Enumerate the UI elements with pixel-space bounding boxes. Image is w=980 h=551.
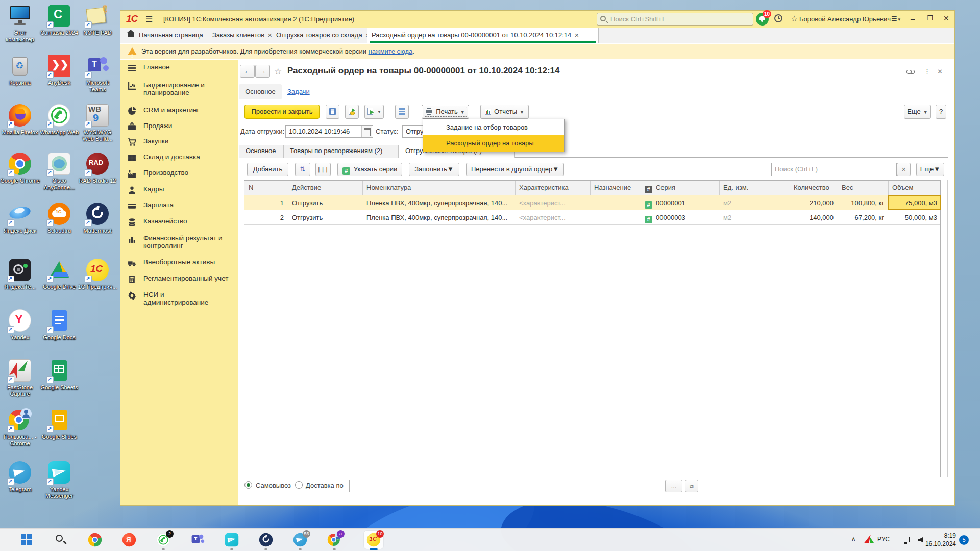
form-tab-2[interactable]: Товары по распоряжениям (2) (283, 145, 399, 158)
cell[interactable]: #00000003 (641, 210, 719, 224)
taskbar-icon-chrome[interactable] (88, 533, 102, 547)
reports-button[interactable]: Отчеты▼ (480, 105, 529, 119)
post-and-close-button[interactable]: Провести и закрыть (244, 105, 320, 119)
table-row-2[interactable]: 2ОтгрузитьПленка ПВХ, 400мкр, суперпрозр… (244, 210, 940, 225)
sidebar-item-11[interactable]: Финансовый результат и контроллинг (120, 234, 238, 255)
save-button[interactable] (326, 105, 339, 119)
taskbar-icon-telegram[interactable]: 56 (293, 533, 307, 547)
print-menu-item-1[interactable]: Задание на отбор товаров (423, 119, 564, 135)
taskbar-icon-teams[interactable]: T (190, 533, 205, 547)
desktop-icon-user-chrome[interactable]: Пользова... - Chrome (0, 408, 40, 447)
window-tab-3[interactable]: Отгрузка товаров со склада✕ (272, 28, 368, 43)
desktop-icon-firefox[interactable]: Mozilla Firefox (0, 104, 40, 136)
desktop-icon-telegram[interactable]: Telegram (0, 461, 40, 493)
window-tab-1[interactable]: Начальная страница (124, 28, 208, 43)
taskbar-icon-whatsapp[interactable]: 2 (156, 533, 170, 547)
cell[interactable]: 210,000 (790, 195, 838, 210)
desktop-icon-chrome[interactable]: Google Chrome (0, 152, 40, 184)
taskbar-icon-1c[interactable]: 1С10 (366, 533, 381, 547)
forward-button[interactable]: → (255, 65, 270, 78)
desktop-icon-this-pc[interactable]: Этот компьютер (0, 4, 40, 43)
post-document-button[interactable] (345, 105, 359, 119)
cell[interactable]: 67,200, кг (838, 210, 888, 224)
desktop-icon-whatsapp-web[interactable]: WhatsApp Web (39, 104, 79, 136)
table-scroll-strip[interactable] (947, 180, 948, 477)
form-tab-1[interactable]: Основное (239, 145, 283, 158)
desktop-icon-ms-teams[interactable]: TMicrosoft Teams (78, 54, 117, 93)
set-series-button[interactable]: #Указать серии (337, 163, 402, 176)
column-header-5[interactable]: Назначение (590, 181, 641, 195)
minimize-button[interactable]: – (911, 14, 915, 23)
nav-tasks[interactable]: Задачи (287, 88, 310, 95)
tab-close-icon[interactable]: ✕ (574, 32, 579, 38)
fill-button[interactable]: Заполнить▼ (409, 163, 459, 176)
window-tab-2[interactable]: Заказы клиентов✕ (208, 28, 272, 43)
cell[interactable]: 2 (244, 210, 288, 224)
table-row-1[interactable]: 1ОтгрузитьПленка ПВХ, 400мкр, суперпрозр… (244, 195, 940, 210)
window-tab-4[interactable]: Расходный ордер на товары 00-00000001 от… (368, 28, 599, 43)
desktop-icon-rad-studio[interactable]: RADRAD Studio 12 (78, 152, 117, 184)
desktop-icon-cisco[interactable]: Cisco AnyConne... (39, 152, 79, 191)
global-search-input[interactable]: Поиск Ctrl+Shift+F (597, 13, 753, 26)
column-header-10[interactable]: Объем (888, 181, 941, 195)
move-rows-icon-button[interactable]: ⇅ (295, 163, 310, 176)
tray-clock[interactable]: 8:19 16.10.2024 (925, 532, 956, 548)
history-icon[interactable] (774, 14, 782, 22)
document-structure-button[interactable] (395, 105, 409, 119)
cell[interactable]: Пленка ПВХ, 400мкр, суперпрозрачная, 140… (362, 195, 515, 210)
open-map-button[interactable]: ⧉ (685, 480, 698, 492)
get-link-icon[interactable] (906, 70, 915, 74)
ship-date-input[interactable]: 10.10.2024 10:19:46 (285, 125, 373, 138)
column-header-8[interactable]: Количество (790, 181, 838, 195)
cell[interactable] (590, 195, 641, 210)
desktop-icon-anydesk[interactable]: ❯❯AnyDesk (39, 54, 79, 86)
cell[interactable]: 50,000, м3 (888, 210, 941, 224)
column-header-2[interactable]: Действие (288, 181, 362, 195)
desktop-icon-recycle-bin[interactable]: ♻Корзина (0, 54, 40, 86)
desktop-icon-wysiwyg[interactable]: WB9WYSIWYG Web Build... (78, 104, 117, 142)
desktop-icon-notepad[interactable]: ✎NOTE PAD (78, 4, 117, 36)
add-row-button[interactable]: Добавить (247, 163, 288, 176)
taskbar-icon-start[interactable] (19, 533, 34, 547)
column-header-4[interactable]: Характеристика (515, 181, 590, 195)
close-button[interactable]: ✕ (943, 14, 949, 22)
volume-icon[interactable] (918, 537, 923, 542)
column-header-1[interactable]: N (244, 181, 288, 195)
cell[interactable]: Отгрузить (288, 195, 362, 210)
nav-main[interactable]: Основное (239, 84, 282, 99)
desktop-icon-google-docs[interactable]: Google Docs (39, 309, 79, 341)
cell[interactable]: м2 (719, 195, 790, 210)
service-menu-icon[interactable]: ☰▼ (891, 15, 901, 22)
column-header-3[interactable]: Номенклатура (362, 181, 515, 195)
taskbar-icon-yandex-messenger[interactable] (225, 533, 239, 547)
back-button[interactable]: ← (240, 65, 255, 78)
clear-search-button[interactable]: ✕ (897, 163, 911, 176)
network-icon[interactable] (902, 537, 910, 542)
print-button[interactable]: Печать▼ (422, 105, 469, 119)
sidebar-item-14[interactable]: НСИ и администрирование (120, 291, 238, 311)
maximize-button[interactable]: ❐ (927, 14, 933, 22)
favorite-star-icon[interactable]: ☆ (274, 66, 282, 77)
desktop-icon-1c-enterprise[interactable]: 1С1С Предприя... (78, 258, 117, 290)
help-button[interactable]: ? (936, 105, 946, 119)
barcode-scan-button[interactable]: ||| (315, 163, 331, 176)
current-user[interactable]: Боровой Александр Юрьевич (799, 15, 891, 23)
more-button-top[interactable]: Еще▼ (904, 105, 931, 119)
column-header-7[interactable]: Ед. изм. (719, 181, 790, 195)
desktop-icon-scloud[interactable]: 1СScloud.ru (39, 202, 79, 234)
desktop-icon-faststone[interactable]: FastStone Capture (0, 359, 40, 397)
column-header-6[interactable]: #Серия (641, 181, 719, 195)
cell[interactable]: 140,000 (790, 210, 838, 224)
delivery-radio[interactable] (295, 481, 303, 489)
desktop-icon-mattermost[interactable]: Mattermost (78, 202, 117, 234)
column-header-9[interactable]: Вес (838, 181, 888, 195)
close-document-icon[interactable]: ✕ (937, 68, 943, 76)
cell[interactable]: 100,800, кг (838, 195, 888, 210)
cell[interactable]: Отгрузить (288, 210, 362, 224)
address-more-button[interactable]: ... (665, 480, 682, 492)
favorites-icon[interactable]: ☆ (791, 14, 798, 23)
desktop-icon-google-sheets[interactable]: Google Sheets (39, 359, 79, 391)
calendar-icon[interactable] (361, 126, 372, 137)
desktop-icon-yandex-messenger[interactable]: Yandex Messenger (39, 461, 79, 499)
tab-close-icon[interactable]: ✕ (267, 32, 272, 38)
